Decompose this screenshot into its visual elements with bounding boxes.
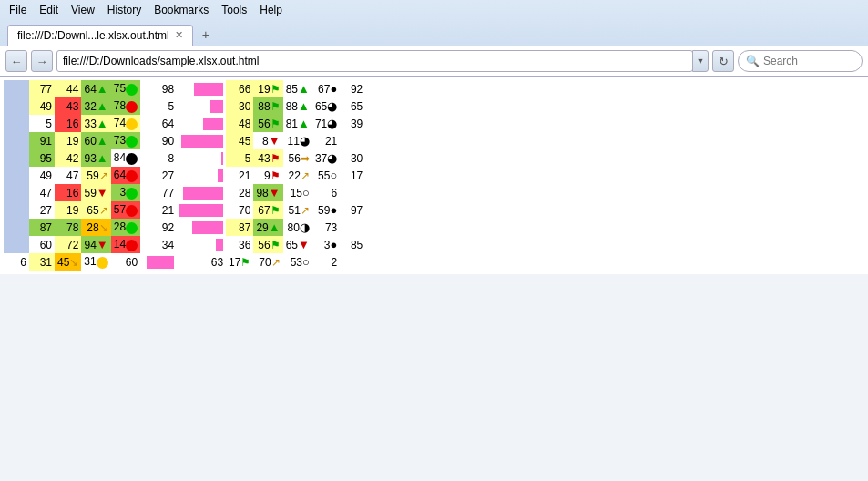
content-area: 77 44 64▲ 75 98 66 19⚑ 85▲ 67● 92 49 43 …: [0, 77, 868, 274]
menu-edit[interactable]: Edit: [34, 2, 64, 18]
table-row: 5 16 33▲ 74 64 48 56⚑ 81▲ 71◕ 39: [4, 115, 365, 132]
forward-button[interactable]: →: [31, 50, 53, 72]
table-row: 47 16 59▼ 3 77 28 98▼ 15○ 6: [4, 184, 365, 201]
new-tab-button[interactable]: +: [195, 24, 217, 46]
menu-view[interactable]: View: [66, 2, 100, 18]
address-bar[interactable]: [56, 50, 693, 72]
table-row: 49 47 59↗ 64 27 21 9⚑ 22↗ 55○ 17: [4, 167, 365, 184]
menu-bar: File Edit View History Bookmarks Tools H…: [0, 0, 868, 20]
table-row: 77 44 64▲ 75 98 66 19⚑ 85▲ 67● 92: [4, 80, 365, 97]
search-bar: 🔍: [738, 50, 863, 72]
menu-tools[interactable]: Tools: [216, 2, 252, 18]
menu-history[interactable]: History: [102, 2, 147, 18]
table-row: 49 43 32▲ 78 5 30 88⚑ 88▲ 65◕ 65: [4, 97, 365, 115]
tab-title: file:///D:/Downl...le.xlsx.out.html: [17, 29, 169, 42]
data-table: 77 44 64▲ 75 98 66 19⚑ 85▲ 67● 92 49 43 …: [4, 80, 365, 271]
tab-bar: file:///D:/Downl...le.xlsx.out.html ✕ +: [0, 20, 868, 46]
table-row: 27 19 65↗ 57 21 70 67⚑ 51↗ 59● 97: [4, 201, 365, 219]
table-row: 60 72 94▼ 14 34 36 56⚑ 65▼ 3● 85: [4, 236, 365, 253]
table-row: 91 19 60▲ 73 90 45 8▼ 11◕ 21: [4, 132, 365, 149]
address-dropdown[interactable]: ▼: [692, 50, 709, 72]
reload-button[interactable]: ↻: [712, 50, 734, 72]
menu-file[interactable]: File: [4, 2, 32, 18]
menu-bookmarks[interactable]: Bookmarks: [148, 2, 214, 18]
table-row: 95 42 93▲ 84 8 5 43⚑ 56➡ 37◕ 30: [4, 149, 365, 167]
search-input[interactable]: [763, 55, 854, 67]
table-row: 87 78 28↘ 28 92 87 29▲ 80◑ 73: [4, 219, 365, 236]
search-icon: 🔍: [746, 55, 760, 67]
nav-bar: ← → ▼ ↻ 🔍: [0, 46, 868, 76]
current-tab[interactable]: file:///D:/Downl...le.xlsx.out.html ✕: [7, 25, 193, 46]
tab-close-button[interactable]: ✕: [175, 29, 183, 41]
menu-help[interactable]: Help: [254, 2, 288, 18]
table-row: 6 31 45↘ 31 60 63 17⚑ 70↗ 53○ 2: [4, 253, 365, 271]
back-button[interactable]: ←: [5, 50, 27, 72]
